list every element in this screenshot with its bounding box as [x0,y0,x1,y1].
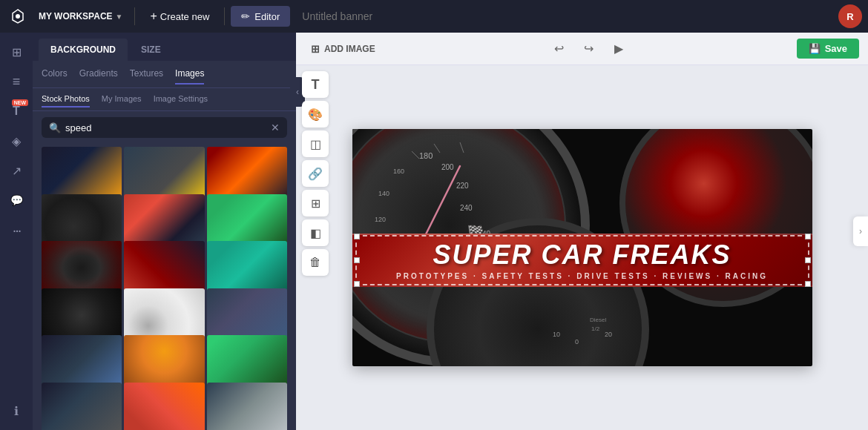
search-icon: 🔍 [49,122,61,133]
sidebar-item-shapes[interactable]: ◈ [3,128,30,154]
left-panel-wrapper: BACKGROUND SIZE Colors Gradients Texture… [33,33,296,430]
left-panel: BACKGROUND SIZE Colors Gradients Texture… [33,33,296,430]
list-item[interactable] [42,147,122,200]
add-image-button[interactable]: ⊞ ADD IMAGE [305,40,381,58]
nav-divider-1 [134,7,135,25]
chevron-right-icon: › [859,226,862,236]
canvas-area: ⊞ ADD IMAGE ↩ ↪ ▶ 💾 Save T [296,33,868,430]
workspace-chevron: ▼ [116,13,123,21]
search-clear-button[interactable]: ✕ [271,122,280,133]
play-button[interactable]: ▶ [607,37,631,61]
new-badge: NEW [12,99,28,106]
list-item[interactable] [207,335,287,388]
handle-tl [354,234,360,239]
sub-tabs: Colors Gradients Textures Images [33,61,296,88]
undo-button[interactable]: ↩ [548,37,571,61]
canvas-viewport[interactable]: 180 200 220 240 160 140 120 100 80 🏁 40 … [296,65,868,430]
chevron-left-icon: ‹ [296,87,299,97]
sidebar-item-more[interactable]: ··· [3,216,30,243]
save-button[interactable]: 💾 Save [797,39,859,59]
sub-tab-gradients[interactable]: Gradients [79,68,118,85]
workspace-label: MY WORKSPACE [39,11,113,22]
sub-sub-tab-stock[interactable]: Stock Photos [42,94,90,108]
sub-tab-textures[interactable]: Textures [130,68,163,85]
sub-tab-images[interactable]: Images [175,68,204,85]
save-icon: 💾 [809,43,821,54]
grid-tool-button[interactable]: ⊞ [302,190,329,216]
shapes-icon: ◈ [12,134,21,148]
layers-tool-button[interactable]: ◫ [302,130,329,157]
list-item[interactable] [124,241,204,294]
banner-title-input[interactable] [293,10,835,22]
play-icon: ▶ [614,42,623,56]
right-panel-collapse-button[interactable]: › [853,216,868,246]
banner-main-title: SUPER CAR FREAKS [433,239,731,271]
link-icon: 🔗 [308,167,323,181]
icon-bar: ⊞ ≡ T NEW ◈ ↗ 💬 ··· ℹ [0,33,33,430]
sidebar-item-dashboard[interactable]: ⊞ [3,39,30,65]
handle-tr [805,234,811,239]
sidebar-item-info[interactable]: ℹ [3,397,30,424]
svg-point-0 [16,14,20,19]
handle-br [805,281,811,287]
list-item[interactable] [124,147,204,200]
list-item[interactable] [42,288,122,342]
effects-tool-button[interactable]: ◧ [302,219,329,246]
tab-background[interactable]: BACKGROUND [39,39,128,61]
redo-button[interactable]: ↪ [577,37,601,61]
workspace-menu[interactable]: MY WORKSPACE ▼ [33,11,128,22]
editor-button[interactable]: ✏ Editor [231,6,290,27]
list-item[interactable] [42,335,122,388]
delete-tool-button[interactable]: 🗑 [302,249,329,276]
panel-tabs: BACKGROUND SIZE [33,33,296,61]
list-item[interactable] [207,147,287,200]
create-new-button[interactable]: + Create new [141,5,218,27]
sub-sub-tabs: Stock Photos My Images Image Settings [33,88,296,111]
search-input[interactable] [65,122,266,133]
pencil-icon: ✏ [241,10,250,22]
plus-icon: + [150,10,157,23]
canvas-banner[interactable]: 180 200 220 240 160 140 120 100 80 🏁 40 … [352,129,812,366]
sidebar-item-chat[interactable]: 💬 [3,187,30,214]
effects-icon: ◧ [310,226,321,240]
color-tool-button[interactable]: 🎨 [302,101,329,128]
handle-bl [354,281,360,287]
sidebar-item-text[interactable]: T NEW [3,98,30,125]
list-item[interactable] [124,335,204,388]
create-new-label: Create new [160,11,209,22]
list-item[interactable] [207,241,287,294]
redo-icon: ↪ [584,42,594,56]
list-item[interactable] [42,194,122,248]
sidebar-item-layers[interactable]: ≡ [3,68,30,95]
list-item[interactable] [207,383,287,431]
banner-overlay[interactable]: SUPER CAR FREAKS PROTOTYPES · SAFETY TES… [352,234,812,287]
info-icon: ℹ [14,404,19,418]
editor-label: Editor [254,11,280,22]
list-item[interactable] [42,383,122,431]
search-bar: 🔍 ✕ [42,117,287,138]
link-tool-button[interactable]: 🔗 [302,160,329,187]
tab-size[interactable]: SIZE [129,39,173,61]
list-item[interactable] [124,288,204,342]
list-item[interactable] [207,194,287,248]
banner-subtitle: PROTOTYPES · SAFETY TESTS · DRIVE TESTS … [396,272,768,280]
list-item[interactable] [42,241,122,294]
user-avatar[interactable]: R [838,4,862,28]
list-item[interactable] [124,194,204,248]
list-item[interactable] [207,288,287,342]
undo-icon: ↩ [554,42,564,56]
sub-sub-tab-myimages[interactable]: My Images [102,94,142,108]
sub-tab-colors[interactable]: Colors [42,68,68,85]
nav-divider-2 [224,7,225,25]
tools-bar: T 🎨 ◫ 🔗 ⊞ ◧ 🗑 [302,71,329,276]
handle-mr [805,257,811,263]
text-tool-button[interactable]: T [302,71,329,98]
export-icon: ↗ [12,164,22,178]
sub-sub-tab-settings[interactable]: Image Settings [154,94,208,108]
list-item[interactable] [124,383,204,431]
sidebar-item-export[interactable]: ↗ [3,157,30,184]
logo[interactable] [6,4,30,28]
canvas-toolbar: ⊞ ADD IMAGE ↩ ↪ ▶ 💾 Save [296,33,868,65]
image-grid [33,144,296,430]
grid-icon: ⊞ [12,45,22,59]
